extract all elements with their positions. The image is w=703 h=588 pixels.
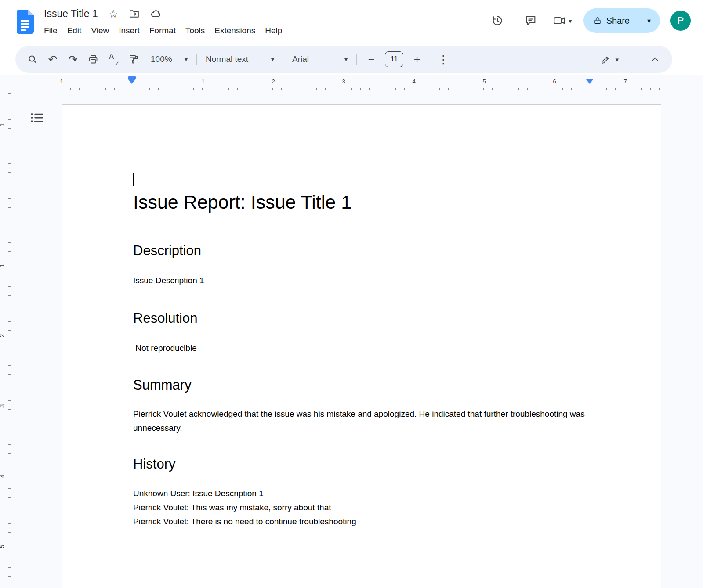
menu-extensions[interactable]: Extensions	[210, 25, 260, 37]
search-menus-button[interactable]	[22, 49, 43, 69]
more-toolbar-options-button[interactable]: ⋮	[433, 49, 453, 69]
ruler-number: 3	[0, 404, 5, 408]
print-button[interactable]	[83, 49, 103, 69]
document-content[interactable]: Issue Report: Issue Title 1 Description …	[62, 105, 661, 529]
right-indent-marker[interactable]	[586, 79, 593, 84]
menu-help[interactable]: Help	[260, 25, 287, 37]
avatar-letter: P	[678, 15, 684, 26]
comments-button[interactable]	[519, 9, 542, 32]
chevron-down-icon: ▾	[647, 17, 651, 25]
toolbar: ↶ ↷ A ✓ 100% ▾ Normal text ▾ Arial	[15, 46, 672, 73]
ruler-number: 1	[0, 264, 5, 267]
print-icon	[88, 54, 98, 65]
left-indent-marker[interactable]	[128, 76, 136, 84]
text-cursor	[133, 173, 134, 186]
paint-format-button[interactable]	[123, 49, 144, 69]
ruler-number: 4	[0, 475, 5, 478]
hide-menus-button[interactable]	[645, 49, 665, 69]
redo-button[interactable]: ↷	[63, 49, 83, 69]
editor-work-area: 1 1 2 3 4 5 6 7 1 1 2 3 4 5	[0, 75, 703, 588]
chevron-up-icon	[650, 54, 660, 64]
top-bar: Issue Title 1 ☆ File Edit View Insert Fo…	[0, 0, 703, 44]
video-call-icon	[553, 14, 566, 27]
chevron-down-icon: ▾	[615, 56, 619, 63]
paragraph-style-value: Normal text	[206, 54, 248, 64]
ruler-number: 2	[0, 334, 5, 337]
version-history-button[interactable]	[486, 9, 509, 32]
document-outline-button[interactable]	[28, 109, 46, 126]
ruler-number: 2	[270, 78, 276, 85]
topbar-actions: ▾ Share ▾ P	[486, 0, 691, 41]
ruler-number: 5	[0, 545, 5, 548]
increase-font-size-button[interactable]: +	[407, 49, 427, 69]
share-button[interactable]: Share	[583, 8, 638, 33]
menu-file[interactable]: File	[39, 25, 62, 37]
ruler-number: 1	[0, 123, 5, 126]
history-line[interactable]: Pierrick Voulet: This was my mistake, so…	[133, 501, 590, 515]
menu-edit[interactable]: Edit	[62, 25, 87, 37]
paragraph-description[interactable]: Issue Description 1	[133, 274, 590, 288]
font-family-select[interactable]: Arial ▾	[288, 51, 352, 68]
share-options-arrow[interactable]: ▾	[638, 8, 660, 33]
vertical-ruler: 1 1 2 3 4 5	[0, 93, 11, 588]
cloud-status-icon[interactable]	[150, 8, 162, 19]
chevron-down-icon: ▾	[569, 18, 572, 24]
paragraph-resolution[interactable]: Not reproducible	[133, 341, 590, 355]
section-heading-description[interactable]: Description	[133, 242, 590, 260]
ruler-ticks	[62, 88, 661, 90]
video-call-dropdown[interactable]: ▾	[553, 14, 572, 27]
minus-icon: −	[368, 54, 375, 65]
comments-icon	[525, 14, 537, 27]
account-avatar[interactable]: P	[670, 11, 691, 31]
chevron-down-icon: ▾	[344, 56, 348, 62]
ruler-number: 6	[551, 78, 558, 85]
spelling-check-icon: A ✓	[108, 54, 119, 65]
pencil-icon	[601, 54, 611, 65]
title-block: Issue Title 1 ☆ File Edit View Insert Fo…	[44, 6, 287, 37]
history-lines[interactable]: Unknown User: Issue Description 1 Pierri…	[133, 487, 590, 529]
move-folder-icon[interactable]	[129, 8, 140, 19]
doc-title-heading[interactable]: Issue Report: Issue Title 1	[133, 191, 590, 214]
paragraph-style-select[interactable]: Normal text ▾	[201, 51, 279, 68]
undo-icon: ↶	[48, 54, 58, 65]
search-icon	[27, 54, 38, 65]
document-title[interactable]: Issue Title 1	[44, 8, 98, 20]
chevron-down-icon: ▾	[185, 56, 188, 62]
chevron-down-icon: ▾	[271, 56, 274, 62]
horizontal-ruler[interactable]: 1 1 2 3 4 5 6 7	[0, 75, 703, 93]
menu-format[interactable]: Format	[145, 25, 181, 37]
share-button-label: Share	[606, 16, 630, 26]
ruler-number: 4	[411, 78, 417, 85]
history-line[interactable]: Unknown User: Issue Description 1	[133, 487, 590, 501]
undo-button[interactable]: ↶	[43, 49, 63, 69]
toolbar-divider	[283, 54, 283, 65]
outline-list-icon	[30, 112, 43, 123]
history-line[interactable]: Pierrick Voulet: There is no need to con…	[133, 515, 590, 529]
zoom-value: 100%	[151, 54, 172, 64]
document-page[interactable]: Issue Report: Issue Title 1 Description …	[62, 104, 661, 588]
font-size-input[interactable]: 11	[385, 51, 403, 67]
spelling-check-button[interactable]: A ✓	[103, 49, 123, 69]
ruler-number: 5	[481, 78, 487, 85]
menu-view[interactable]: View	[86, 25, 114, 37]
paragraph-summary[interactable]: Pierrick Voulet acknowledged that the is…	[133, 407, 590, 435]
zoom-select[interactable]: 100% ▾	[146, 51, 192, 68]
toolbar-divider	[196, 54, 197, 65]
ruler-number: 1	[200, 78, 206, 85]
menu-insert[interactable]: Insert	[114, 25, 145, 37]
menu-tools[interactable]: Tools	[181, 25, 210, 37]
paint-format-icon	[128, 54, 139, 65]
decrease-font-size-button[interactable]: −	[361, 49, 381, 69]
plus-icon: +	[414, 54, 420, 65]
share-button-group: Share ▾	[583, 8, 660, 33]
toolbar-divider	[356, 54, 357, 65]
editing-mode-select[interactable]: ▾	[596, 54, 623, 65]
section-heading-history[interactable]: History	[133, 455, 590, 473]
section-heading-summary[interactable]: Summary	[133, 376, 590, 394]
docs-logo-icon[interactable]	[16, 9, 34, 34]
section-heading-resolution[interactable]: Resolution	[133, 310, 590, 327]
ruler-ticks	[8, 93, 11, 588]
star-icon[interactable]: ☆	[109, 8, 118, 19]
version-history-icon	[491, 14, 504, 27]
redo-icon: ↷	[69, 54, 78, 65]
